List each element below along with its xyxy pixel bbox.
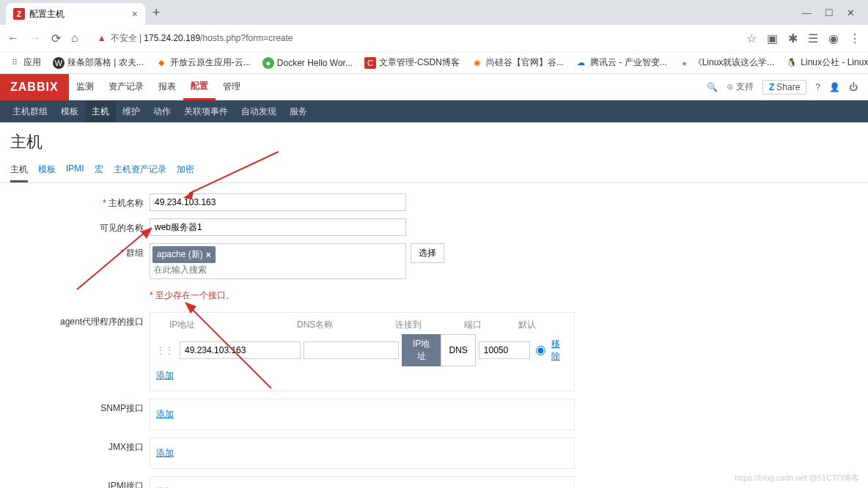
visible-name-label: 可见的名称 [10, 218, 150, 234]
sub-menu: 主机群组 模板 主机 维护 动作 关联项事件 自动发现 服务 [0, 100, 868, 122]
form-tabs: 主机 模板 IPMI 宏 主机资产记录 加密 [0, 159, 868, 183]
url-text: 不安全 | 175.24.20.189/hosts.php?form=creat… [111, 32, 293, 45]
address-bar[interactable]: ▲ 不安全 | 175.24.20.189/hosts.php?form=cre… [89, 28, 736, 48]
tab-encryption[interactable]: 加密 [177, 159, 194, 182]
home-icon[interactable]: ⌂ [71, 32, 78, 45]
zabbix-logo[interactable]: ZABBIX [0, 74, 69, 100]
sub-services[interactable]: 服务 [283, 100, 314, 122]
port-input[interactable] [479, 341, 530, 359]
default-radio[interactable] [536, 346, 545, 355]
snmp-label: SNMP接口 [10, 399, 150, 415]
sub-hosts[interactable]: 主机 [85, 100, 116, 122]
tab-macros[interactable]: 宏 [95, 159, 103, 182]
col-default: 默认 [518, 319, 536, 331]
tab-host[interactable]: 主机 [10, 159, 28, 182]
reload-icon[interactable]: ⟳ [51, 32, 61, 45]
profile-icon[interactable]: ◉ [828, 32, 839, 45]
col-ip: IP地址 [169, 319, 297, 331]
sub-hostgroups[interactable]: 主机群组 [6, 100, 54, 122]
menu-config[interactable]: 配置 [183, 74, 216, 100]
browser-tab[interactable]: Z 配置主机 × [6, 3, 145, 25]
extension-icon[interactable]: ✱ [788, 32, 798, 45]
support-link[interactable]: ⊙ 支持 [727, 81, 754, 93]
bookmark-item[interactable]: ●《Linux就该这么学... [679, 56, 775, 69]
insecure-icon: ▲ [98, 33, 106, 43]
connect-ip-button[interactable]: IP地址 [402, 334, 441, 366]
tab-title: 配置主机 [29, 8, 128, 21]
new-tab-button[interactable]: + [152, 5, 161, 21]
maximize-icon[interactable]: ☐ [825, 7, 834, 18]
select-group-button[interactable]: 选择 [411, 243, 444, 263]
search-icon[interactable]: 🔍 [707, 82, 718, 92]
reading-list-icon[interactable]: ☰ [808, 32, 818, 45]
group-tag: apache (新)× [152, 246, 216, 263]
back-icon[interactable]: ← [7, 32, 19, 45]
star-icon[interactable]: ☆ [746, 32, 757, 45]
interface-error: 至少存在一个接口。 [150, 286, 858, 305]
sub-maintenance[interactable]: 维护 [116, 100, 147, 122]
menu-admin[interactable]: 管理 [216, 74, 248, 100]
sub-correlation[interactable]: 关联项事件 [177, 100, 235, 122]
add-jmx-link[interactable]: 添加 [156, 444, 174, 462]
add-snmp-link[interactable]: 添加 [156, 405, 174, 424]
host-name-label: 主机名称 [10, 193, 150, 210]
remove-tag-icon[interactable]: × [206, 250, 211, 260]
add-agent-link[interactable]: 添加 [156, 366, 174, 385]
bookmark-item[interactable]: ◉尚硅谷【官网】谷... [471, 56, 564, 69]
bookmark-item[interactable]: ☁腾讯云 - 产业智变... [575, 56, 667, 69]
menu-monitoring[interactable]: 监测 [69, 74, 101, 100]
tab-inventory[interactable]: 主机资产记录 [114, 159, 166, 182]
menu-reports[interactable]: 报表 [151, 74, 183, 100]
group-search-input[interactable] [152, 263, 403, 276]
sub-templates[interactable]: 模板 [54, 100, 85, 122]
bookmark-item[interactable]: 🐧Linux公社 - Linux... [786, 56, 868, 69]
connect-dns-button[interactable]: DNS [441, 334, 475, 366]
sub-discovery[interactable]: 自动发现 [235, 100, 283, 122]
video-icon[interactable]: ▣ [767, 32, 778, 45]
forward-icon[interactable]: → [29, 32, 41, 45]
groups-label: 群组 [10, 243, 150, 259]
tab-ipmi[interactable]: IPMI [66, 159, 84, 182]
zabbix-favicon: Z [13, 8, 25, 20]
drag-handle-icon[interactable]: ⋮⋮ [156, 345, 174, 355]
remove-link[interactable]: 移除 [551, 335, 568, 366]
tab-templates[interactable]: 模板 [38, 159, 56, 182]
agent-iface-label: agent代理程序的接口 [10, 312, 150, 328]
apps-button[interactable]: ⠿应用 [9, 56, 41, 69]
menu-icon[interactable]: ⋮ [849, 32, 861, 45]
top-menu: 监测 资产记录 报表 配置 管理 [69, 74, 248, 100]
ip-input[interactable] [180, 341, 301, 359]
user-icon[interactable]: 👤 [829, 82, 840, 92]
groups-box[interactable]: apache (新)× [150, 243, 406, 279]
bookmark-item[interactable]: ◆开放云原生应用-云... [155, 56, 251, 69]
col-port: 端口 [464, 319, 518, 331]
host-name-input[interactable] [150, 193, 406, 211]
close-tab-icon[interactable]: × [132, 8, 138, 20]
share-button[interactable]: Z Share [762, 80, 806, 95]
watermark: https://blog.csdn.net @51CTO博客 [735, 473, 859, 484]
jmx-label: JMX接口 [10, 437, 150, 454]
visible-name-input[interactable] [150, 218, 406, 236]
ipmi-label: IPMI接口 [10, 476, 150, 488]
logout-icon[interactable]: ⏻ [849, 82, 858, 92]
help-icon[interactable]: ? [815, 82, 820, 92]
bookmark-item[interactable]: C文章管理-CSDN博客 [364, 56, 460, 69]
minimize-icon[interactable]: — [802, 7, 812, 18]
col-dns: DNS名称 [297, 319, 395, 331]
bookmark-item[interactable]: W辣条部落格 | 农夫... [53, 56, 144, 69]
add-ipmi-link[interactable]: 添加 [156, 483, 174, 488]
page-title: 主机 [0, 122, 868, 159]
close-window-icon[interactable]: ✕ [847, 7, 855, 18]
menu-inventory[interactable]: 资产记录 [101, 74, 151, 100]
bookmark-item[interactable]: ●Docker Hello Wor... [262, 57, 353, 69]
dns-input[interactable] [304, 341, 399, 359]
col-conn: 连接到 [395, 319, 464, 331]
sub-actions[interactable]: 动作 [147, 100, 177, 122]
